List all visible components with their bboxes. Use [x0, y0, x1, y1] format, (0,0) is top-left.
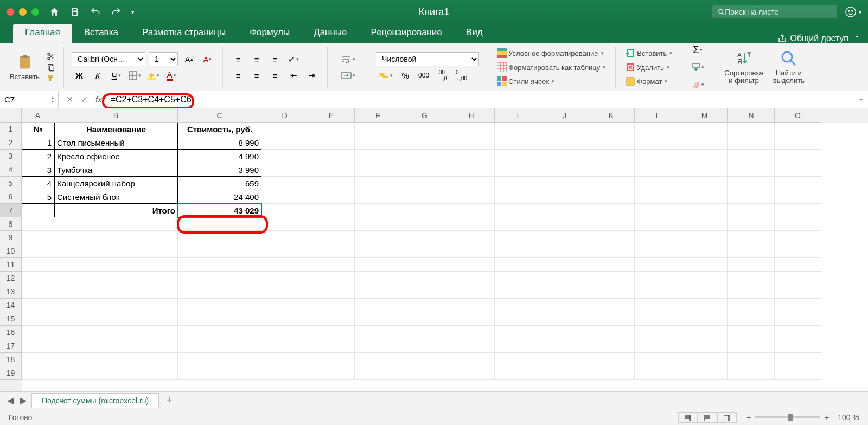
cell[interactable]	[308, 231, 355, 244]
fill-button[interactable]: ▾	[690, 60, 705, 74]
zoom-out-button[interactable]: −	[746, 413, 751, 422]
cell[interactable]	[775, 312, 821, 326]
insert-cells-button[interactable]: Вставить▾	[623, 47, 674, 59]
decrease-indent-button[interactable]: ⇤	[286, 68, 301, 82]
cell[interactable]	[355, 285, 401, 299]
row-header[interactable]: 8	[0, 217, 22, 231]
cell[interactable]	[681, 204, 728, 217]
cell[interactable]	[22, 326, 54, 339]
cell[interactable]	[54, 326, 178, 339]
cell[interactable]	[261, 123, 308, 136]
cell[interactable]	[261, 353, 308, 366]
cell-styles-button[interactable]: Стили ячеек▾	[495, 75, 608, 87]
cell[interactable]	[448, 217, 495, 231]
cell[interactable]	[495, 136, 541, 150]
cell[interactable]	[261, 285, 308, 299]
cell[interactable]: Канцелярский набор	[54, 177, 178, 190]
cell[interactable]	[54, 353, 178, 366]
cell[interactable]	[308, 258, 355, 272]
name-box[interactable]: C7 ▴▾	[0, 91, 59, 108]
cell[interactable]	[495, 204, 541, 217]
row-header[interactable]: 3	[0, 150, 22, 163]
cell[interactable]	[495, 299, 541, 312]
cell[interactable]	[681, 366, 728, 380]
cell[interactable]	[54, 272, 178, 285]
cell[interactable]	[635, 123, 681, 136]
cell[interactable]	[355, 272, 401, 285]
cell[interactable]	[588, 190, 635, 204]
row-header[interactable]: 9	[0, 231, 22, 244]
cell[interactable]	[775, 177, 821, 190]
cell[interactable]	[588, 312, 635, 326]
undo-icon[interactable]	[90, 7, 101, 17]
cell[interactable]	[355, 136, 401, 150]
cell[interactable]	[728, 204, 775, 217]
cell[interactable]	[495, 339, 541, 353]
home-icon[interactable]	[49, 7, 60, 17]
cell[interactable]	[775, 285, 821, 299]
cell[interactable]	[588, 366, 635, 380]
cell[interactable]	[355, 150, 401, 163]
cell[interactable]	[541, 285, 588, 299]
column-header[interactable]: C	[178, 108, 261, 123]
cell[interactable]	[178, 244, 261, 258]
cell[interactable]	[308, 190, 355, 204]
paste-button[interactable]: Вставить	[7, 51, 43, 83]
cell[interactable]	[588, 217, 635, 231]
format-painter-icon[interactable]	[46, 74, 56, 82]
cell[interactable]	[355, 312, 401, 326]
column-header[interactable]: A	[22, 108, 54, 123]
cell[interactable]	[448, 231, 495, 244]
merge-button[interactable]: ▾	[335, 68, 360, 82]
cell[interactable]	[588, 244, 635, 258]
cell[interactable]	[728, 177, 775, 190]
sheet-tab[interactable]: Подсчет суммы (microexcel.ru)	[31, 393, 159, 408]
cell[interactable]	[448, 326, 495, 339]
qat-more-icon[interactable]: ▾	[131, 9, 135, 16]
cell[interactable]	[22, 217, 54, 231]
cell[interactable]	[635, 312, 681, 326]
cell[interactable]	[22, 312, 54, 326]
cell[interactable]	[681, 244, 728, 258]
cell[interactable]: 8 990	[178, 136, 261, 150]
cell[interactable]	[541, 190, 588, 204]
cell[interactable]	[261, 312, 308, 326]
cell[interactable]	[541, 339, 588, 353]
cell[interactable]	[728, 272, 775, 285]
cell[interactable]: 5	[22, 190, 54, 204]
font-color-button[interactable]: А▾	[164, 68, 179, 82]
cell[interactable]	[681, 163, 728, 177]
column-header[interactable]: I	[495, 108, 541, 123]
wrap-text-button[interactable]: ▾	[335, 52, 360, 66]
align-top-button[interactable]: ≡	[231, 52, 246, 66]
cell[interactable]: 24 400	[178, 190, 261, 204]
tab-formulas[interactable]: Формулы	[238, 23, 302, 43]
column-header[interactable]: F	[355, 108, 401, 123]
cell[interactable]	[635, 217, 681, 231]
name-box-stepper-icon[interactable]: ▴▾	[52, 95, 54, 104]
cell[interactable]	[54, 299, 178, 312]
cell[interactable]	[541, 258, 588, 272]
cell[interactable]	[178, 339, 261, 353]
select-all-corner[interactable]	[0, 108, 22, 123]
cell[interactable]	[448, 353, 495, 366]
row-header[interactable]: 12	[0, 272, 22, 285]
decrease-font-button[interactable]: A▾	[200, 52, 215, 66]
cell[interactable]	[355, 204, 401, 217]
row-header[interactable]: 1	[0, 123, 22, 136]
cell[interactable]	[495, 217, 541, 231]
cell[interactable]	[635, 150, 681, 163]
cell[interactable]	[261, 258, 308, 272]
column-header[interactable]: H	[448, 108, 495, 123]
cell[interactable]	[775, 353, 821, 366]
row-header[interactable]: 14	[0, 299, 22, 312]
cell[interactable]	[22, 353, 54, 366]
cell[interactable]	[261, 163, 308, 177]
currency-button[interactable]: ▾	[376, 68, 394, 82]
cell[interactable]	[355, 353, 401, 366]
format-cells-button[interactable]: Формат▾	[623, 75, 674, 87]
column-header[interactable]: G	[401, 108, 448, 123]
sort-filter-button[interactable]: AЯ Сортировка и фильтр	[721, 48, 766, 87]
cell[interactable]	[355, 177, 401, 190]
cell[interactable]	[495, 231, 541, 244]
